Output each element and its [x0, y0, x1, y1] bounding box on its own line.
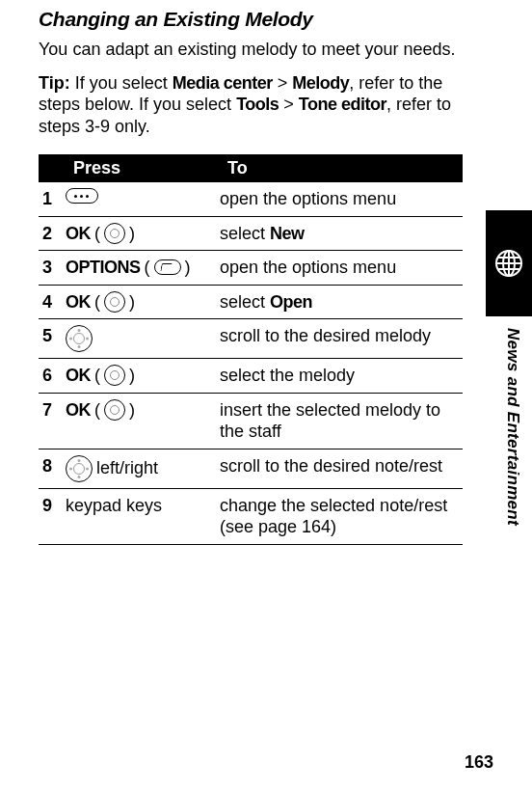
to-cell: scroll to the desired note/rest [220, 449, 463, 488]
press-cell: OK ( ) [66, 216, 220, 251]
to-text: select [220, 292, 270, 312]
to-cell: select the melody [220, 359, 463, 394]
tip-paragraph: Tip: If you select Media center > Melody… [39, 72, 463, 138]
side-label: News and Entertainment [503, 328, 522, 579]
tip-text: If you select [70, 73, 173, 93]
menu-path-item: Melody [292, 73, 349, 93]
to-cell: change the selected note/rest (see page … [220, 488, 463, 544]
softkey-label: OK [66, 291, 91, 313]
sep: > [273, 73, 293, 93]
dpad-icon [66, 455, 93, 482]
step-number: 6 [39, 359, 66, 394]
table-row: 5 scroll to the desired melody [39, 319, 463, 359]
intro-text: You can adapt an existing melody to meet… [39, 39, 463, 61]
table-row: 9 keypad keys change the selected note/r… [39, 488, 463, 544]
tip-label: Tip: [39, 73, 70, 93]
softkey-label: OK [66, 223, 91, 245]
paren: ( [145, 257, 150, 279]
softkey-icon [154, 259, 181, 275]
side-tab [486, 210, 532, 316]
paren: ) [185, 257, 191, 279]
steps-table: Press To 1 open the options menu 2 [39, 154, 463, 545]
table-row: 4 OK ( ) select Open [39, 285, 463, 319]
press-cell: OK ( ) [66, 285, 220, 319]
press-text: left/right [96, 457, 158, 479]
paren: ( [94, 291, 100, 313]
press-cell: keypad keys [66, 488, 220, 544]
press-cell [66, 182, 220, 216]
paren: ( [94, 223, 100, 245]
paren: ) [129, 223, 135, 245]
select-key-icon [104, 365, 125, 386]
softkey-label: OK [66, 399, 91, 422]
to-cell: select New [220, 216, 463, 251]
to-cell: open the options menu [220, 251, 463, 286]
press-cell [66, 319, 220, 359]
table-row: 3 OPTIONS ( ) open the options menu [39, 251, 463, 286]
menu-path-item: Media center [173, 73, 273, 93]
paren: ) [129, 365, 135, 387]
select-key-icon [104, 291, 125, 313]
softkey-label: OPTIONS [66, 257, 141, 279]
step-number: 2 [39, 216, 66, 251]
content-area: Changing an Existing Melody You can adap… [0, 0, 532, 545]
table-row: 2 OK ( ) select New [39, 216, 463, 251]
step-number: 8 [39, 449, 66, 488]
table-row: 6 OK ( ) select the melody [39, 359, 463, 394]
col-num-header [39, 154, 66, 182]
col-press-header: Press [66, 154, 220, 182]
paren: ( [94, 365, 100, 387]
paren: ( [94, 399, 100, 422]
step-number: 5 [39, 319, 66, 359]
menu-key-icon [66, 188, 98, 204]
step-number: 1 [39, 182, 66, 216]
select-key-icon [104, 399, 125, 421]
to-bold: New [270, 224, 305, 243]
to-cell: select Open [220, 285, 463, 319]
page-number: 163 [465, 752, 493, 773]
paren: ) [129, 291, 135, 313]
step-number: 9 [39, 488, 66, 544]
section-heading: Changing an Existing Melody [39, 8, 463, 31]
to-bold: Open [270, 292, 312, 312]
softkey-label: OK [66, 365, 91, 387]
paren: ) [129, 399, 135, 422]
select-key-icon [104, 223, 125, 244]
globe-icon [493, 248, 524, 279]
press-cell: left/right [66, 449, 220, 488]
to-cell: insert the selected melody to the staff [220, 393, 463, 449]
step-number: 4 [39, 285, 66, 319]
col-to-header: To [220, 154, 463, 182]
sep: > [279, 95, 299, 114]
press-cell: OK ( ) [66, 359, 220, 394]
menu-path-item: Tone editor [299, 95, 386, 114]
to-cell: scroll to the desired melody [220, 319, 463, 359]
table-row: 1 open the options menu [39, 182, 463, 216]
side-label-text: News and Entertainment [503, 328, 522, 526]
press-cell: OK ( ) [66, 393, 220, 449]
step-number: 7 [39, 393, 66, 449]
to-text: select [220, 224, 270, 243]
table-header-row: Press To [39, 154, 463, 182]
to-cell: open the options menu [220, 182, 463, 216]
page: Changing an Existing Melody You can adap… [0, 0, 532, 790]
step-number: 3 [39, 251, 66, 286]
table-row: 8 left/right scroll to the desired note/… [39, 449, 463, 488]
press-cell: OPTIONS ( ) [66, 251, 220, 286]
dpad-icon [66, 325, 93, 352]
menu-path-item: Tools [236, 95, 279, 114]
table-row: 7 OK ( ) insert the selected melody to t… [39, 393, 463, 449]
